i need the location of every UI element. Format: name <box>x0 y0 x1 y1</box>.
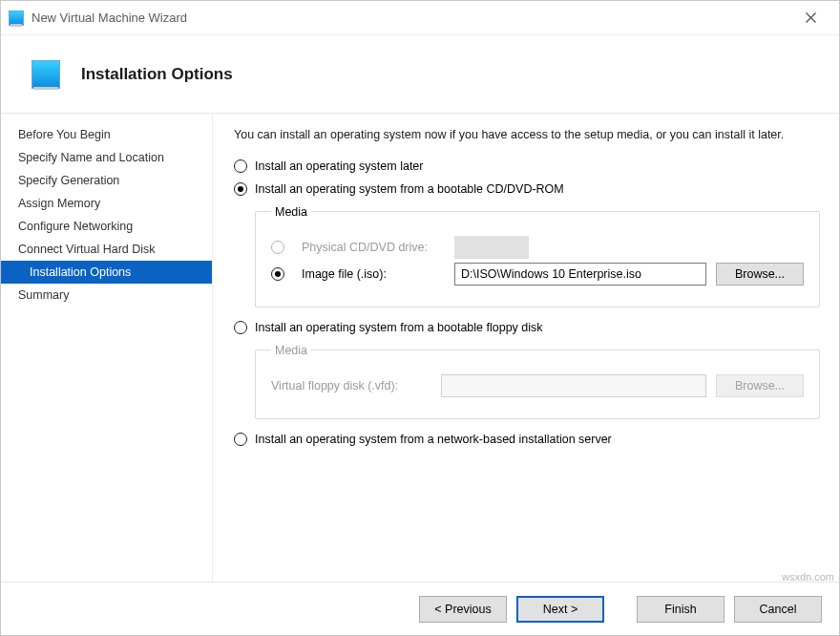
radio-icon[interactable] <box>271 267 284 281</box>
wizard-steps-sidebar: Before You Begin Specify Name and Locati… <box>1 114 213 582</box>
image-file-input[interactable] <box>454 263 706 286</box>
radio-icon <box>271 241 284 254</box>
physical-drive-label: Physical CD/DVD drive: <box>302 241 445 254</box>
step-installation-options[interactable]: Installation Options <box>1 261 212 284</box>
option-label: Install an operating system from a boota… <box>255 182 564 196</box>
intro-text: You can install an operating system now … <box>234 127 820 144</box>
finish-button[interactable]: Finish <box>637 596 724 623</box>
option-install-network[interactable]: Install an operating system from a netwo… <box>234 433 820 446</box>
step-assign-memory[interactable]: Assign Memory <box>1 192 212 215</box>
option-label: Install an operating system later <box>255 159 423 173</box>
app-icon <box>9 11 24 26</box>
physical-drive-select <box>454 236 529 259</box>
option-install-later[interactable]: Install an operating system later <box>234 159 820 173</box>
image-file-label: Image file (.iso): <box>302 267 445 281</box>
window-title: New Virtual Machine Wizard <box>32 11 187 25</box>
next-button[interactable]: Next > <box>516 596 604 623</box>
browse-button[interactable]: Browse... <box>716 263 804 286</box>
row-physical-drive: Physical CD/DVD drive: <box>271 236 804 259</box>
vfd-input <box>441 374 706 397</box>
step-configure-networking[interactable]: Configure Networking <box>1 215 212 238</box>
close-icon <box>806 12 816 23</box>
step-connect-vhd[interactable]: Connect Virtual Hard Disk <box>1 238 212 261</box>
step-specify-generation[interactable]: Specify Generation <box>1 169 212 192</box>
radio-icon <box>234 159 247 173</box>
close-button[interactable] <box>789 5 831 32</box>
radio-icon <box>234 433 247 446</box>
step-specify-name[interactable]: Specify Name and Location <box>1 146 212 169</box>
group-legend: Media <box>271 205 311 219</box>
radio-icon <box>234 182 247 196</box>
step-before-you-begin[interactable]: Before You Begin <box>1 123 212 146</box>
group-legend: Media <box>271 344 311 357</box>
option-label: Install an operating system from a boota… <box>255 321 543 334</box>
media-group-floppy: Media Virtual floppy disk (.vfd): Browse… <box>255 344 820 419</box>
option-install-floppy[interactable]: Install an operating system from a boota… <box>234 321 820 334</box>
step-summary[interactable]: Summary <box>1 284 212 307</box>
cancel-button[interactable]: Cancel <box>734 596 822 623</box>
option-install-cd[interactable]: Install an operating system from a boota… <box>234 182 820 196</box>
wizard-header: Installation Options <box>1 35 839 114</box>
row-vfd: Virtual floppy disk (.vfd): Browse... <box>271 374 804 397</box>
media-group-cd: Media Physical CD/DVD drive: Image file … <box>255 205 820 307</box>
vfd-label: Virtual floppy disk (.vfd): <box>271 379 431 392</box>
radio-icon <box>234 321 247 334</box>
title-bar: New Virtual Machine Wizard <box>1 1 839 35</box>
previous-button[interactable]: < Previous <box>419 596 507 623</box>
wizard-icon <box>32 60 60 89</box>
option-label: Install an operating system from a netwo… <box>255 433 612 446</box>
wizard-footer: < Previous Next > Finish Cancel <box>1 582 839 635</box>
wizard-main-panel: You can install an operating system now … <box>213 114 839 582</box>
page-title: Installation Options <box>81 65 233 84</box>
browse-button-disabled: Browse... <box>716 374 804 397</box>
row-image-file: Image file (.iso): Browse... <box>271 263 804 286</box>
